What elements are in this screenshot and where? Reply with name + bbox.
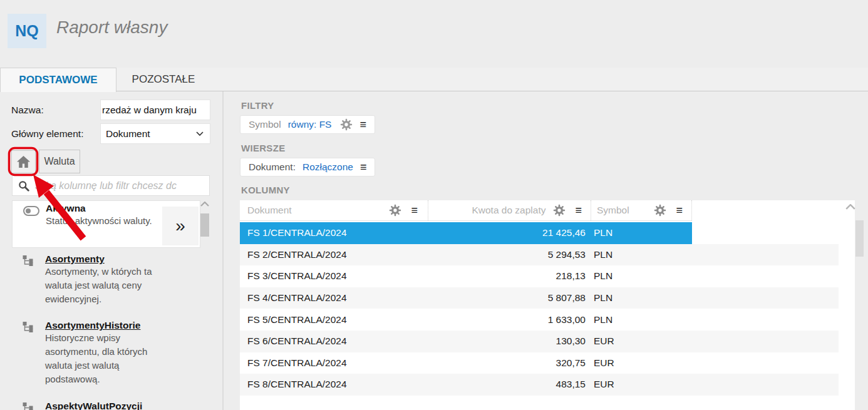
rows-chip-condition[interactable]: Rozłączone [302, 161, 353, 173]
rows-section-label: WIERSZE [241, 143, 285, 153]
toggle-icon [23, 204, 39, 216]
cell-dokument: FS 3/CENTRALA/2024 [240, 270, 428, 282]
list-item-asortymentyhistorie[interactable]: AsortymentyHistorie Historyczne wpisy as… [12, 318, 200, 386]
cell-symbol: PLN [586, 292, 612, 304]
cell-symbol: PLN [586, 314, 612, 325]
cell-dokument: FS 2/CENTRALA/2024 [240, 249, 428, 260]
hierarchy-icon [23, 255, 34, 269]
entity-tab-waluta-label: Waluta [44, 156, 75, 167]
cell-kwota: 21 425,46 [428, 227, 586, 238]
table-row[interactable]: FS 7/CENTRALA/2024 320,75 EUR [240, 352, 839, 374]
app-logo-text: NQ [15, 22, 39, 40]
chevron-down-icon [196, 131, 204, 136]
list-item-title[interactable]: AspektyWalutPozycji [45, 399, 200, 410]
menu-icon[interactable]: ≡ [575, 205, 582, 216]
rows-chip-dokument[interactable]: Dokument: Rozłączone ≡ [240, 158, 375, 177]
cell-dokument: FS 1/CENTRALA/2024 [240, 227, 428, 238]
list-item-description: Asortymenty, w których ta waluta jest wa… [45, 265, 157, 306]
home-icon [16, 155, 31, 168]
main-element-label: Główny element: [11, 128, 83, 140]
entity-tab-waluta[interactable]: Waluta [39, 150, 80, 173]
field-search [12, 175, 210, 196]
hierarchy-icon [23, 402, 34, 410]
column-header-label: Kwota do zaplaty [472, 205, 545, 216]
cell-kwota: 130,30 [428, 336, 586, 347]
filter-chip-field: Symbol [249, 119, 281, 130]
gear-icon[interactable] [340, 118, 353, 131]
table-row[interactable]: FS 3/CENTRALA/2024 218,13 PLN [240, 265, 839, 287]
table-row[interactable]: FS 5/CENTRALA/2024 1 633,00 PLN [240, 309, 839, 331]
cell-dokument: FS 7/CENTRALA/2024 [240, 357, 428, 369]
main-element-select[interactable]: Dokument [100, 123, 210, 144]
filters-section-label: FILTRY [241, 100, 274, 111]
main-element-value: Dokument [106, 128, 196, 140]
cell-symbol: EUR [586, 379, 614, 390]
table-row[interactable]: FS 2/CENTRALA/2024 5 294,53 PLN [240, 244, 839, 266]
gear-icon[interactable] [654, 204, 666, 217]
search-input[interactable] [35, 176, 209, 195]
menu-icon[interactable]: ≡ [360, 161, 367, 173]
panel-scroll-up-icon[interactable] [845, 204, 855, 210]
cell-kwota: 5 294,53 [428, 249, 586, 260]
search-icon [18, 180, 29, 192]
column-header-label: Symbol [597, 205, 629, 216]
app-logo: NQ [8, 14, 46, 48]
column-header-kwota[interactable]: Kwota do zaplaty ≡ [428, 200, 591, 220]
hierarchy-icon [23, 321, 34, 335]
tab-pozostale[interactable]: POZOSTAŁE [116, 68, 210, 91]
list-item-aspektywalutpozycji[interactable]: AspektyWalutPozycji [12, 399, 200, 410]
cell-symbol: PLN [586, 249, 612, 260]
panel-divider [222, 91, 224, 410]
tab-podstawowe-label: PODSTAWOWE [19, 74, 97, 86]
menu-icon[interactable]: ≡ [359, 119, 366, 130]
list-scroll-up-icon[interactable] [200, 202, 209, 207]
name-input[interactable] [100, 100, 210, 120]
columns-section-label: KOLUMNY [241, 185, 290, 195]
menu-icon[interactable]: ≡ [676, 205, 683, 216]
cell-dokument: FS 6/CENTRALA/2024 [240, 336, 428, 347]
home-button[interactable] [11, 150, 36, 173]
cell-symbol: EUR [586, 357, 614, 369]
cell-symbol: EUR [586, 336, 614, 347]
column-header-label: Dokument [247, 205, 292, 216]
cell-kwota: 483,15 [428, 379, 586, 390]
gear-icon[interactable] [553, 204, 566, 217]
cell-kwota: 218,13 [428, 270, 586, 282]
list-item-description: Status aktywności waluty. [46, 214, 157, 228]
cell-dokument: FS 8/CENTRALA/2024 [240, 379, 428, 390]
tab-podstawowe[interactable]: PODSTAWOWE [0, 68, 116, 92]
table-row[interactable]: FS 6/CENTRALA/2024 130,30 EUR [240, 331, 839, 352]
name-label: Nazwa: [11, 105, 44, 116]
gear-icon[interactable] [389, 204, 401, 217]
cell-kwota: 320,75 [428, 357, 586, 369]
table-header: Dokument ≡ Kwota do zaplaty ≡ Symbol ≡ [240, 200, 692, 221]
table-row[interactable]: FS 8/CENTRALA/2024 483,15 EUR [240, 374, 839, 396]
table-row[interactable]: FS 4/CENTRALA/2024 5 807,88 PLN [240, 287, 839, 309]
page-title: Raport własny [56, 18, 167, 38]
app-window: NQ Raport własny PODSTAWOWE POZOSTAŁE Na… [0, 0, 868, 410]
menu-icon[interactable]: ≡ [411, 205, 418, 216]
cell-kwota: 5 807,88 [428, 292, 586, 304]
cell-dokument: FS 4/CENTRALA/2024 [240, 292, 428, 304]
page-scrollbar-thumb[interactable] [855, 220, 864, 257]
cell-kwota: 1 633,00 [428, 314, 586, 325]
cell-symbol: PLN [586, 227, 612, 238]
rows-chip-field: Dokument: [249, 161, 296, 173]
list-item-description: Historyczne wpisy asortymentu, dla który… [45, 331, 157, 386]
list-scrollbar-thumb[interactable] [200, 213, 209, 237]
column-header-symbol[interactable]: Symbol ≡ [591, 200, 692, 220]
table-row[interactable]: FS 1/CENTRALA/2024 21 425,46 PLN [240, 222, 692, 244]
results-table: Dokument ≡ Kwota do zaplaty ≡ Symbol ≡ [240, 200, 855, 410]
cell-symbol: PLN [586, 270, 612, 282]
filter-chip-symbol[interactable]: Symbol równy: FS ≡ [240, 115, 375, 134]
list-item-title[interactable]: Asortymenty [45, 252, 200, 265]
tab-pozostale-label: POZOSTAŁE [132, 73, 195, 86]
column-header-dokument[interactable]: Dokument ≡ [240, 200, 428, 220]
filter-chip-condition[interactable]: równy: FS [288, 119, 332, 130]
list-item-asortymenty[interactable]: Asortymenty Asortymenty, w których ta wa… [12, 252, 200, 306]
cell-dokument: FS 5/CENTRALA/2024 [240, 314, 428, 325]
list-item-title[interactable]: AsortymentyHistorie [45, 318, 200, 331]
list-item-aktywna[interactable]: Aktywna Status aktywności waluty. » [12, 200, 200, 248]
expand-field-button[interactable]: » [162, 207, 199, 245]
tab-strip: PODSTAWOWE POZOSTAŁE [0, 68, 868, 91]
